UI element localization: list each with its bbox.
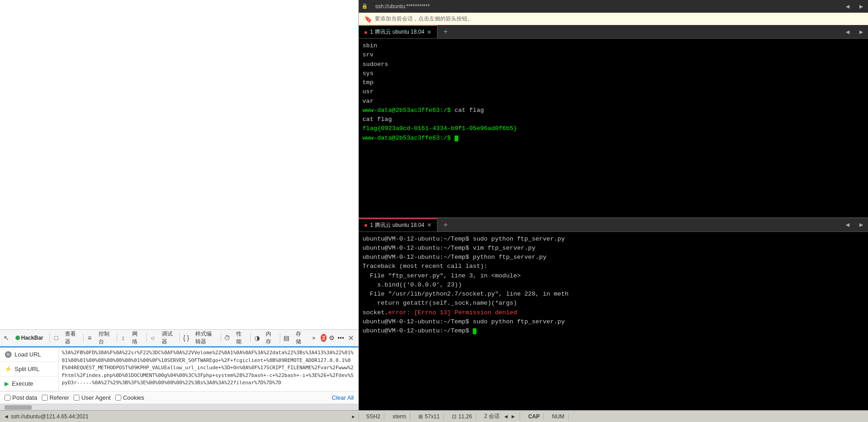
user-agent-checkbox[interactable]	[74, 395, 79, 401]
settings-icon[interactable]: ⚙	[328, 333, 336, 343]
load-url-icon: 🔘	[5, 351, 12, 358]
hackbar-label: HackBar	[21, 335, 44, 341]
browser-panel: ↖ HackBar □ 查看器 ≡ 控制台 ↕ 网络 ○ 调试器 { } 样式编…	[0, 0, 359, 410]
storage-button[interactable]: 存储	[292, 329, 307, 347]
memory-icon[interactable]: ◑	[253, 333, 261, 343]
inspector-button[interactable]: 查看器	[61, 329, 80, 347]
split-url-button[interactable]: ⚡ Split URL	[0, 362, 59, 377]
split-url-label: Split URL	[15, 366, 40, 372]
status-pos-label: 11,26	[458, 413, 472, 420]
upper-split-right[interactable]: ►	[854, 25, 868, 38]
terminal-favicon: 🔒	[359, 3, 371, 9]
debugger-button[interactable]: 调试器	[158, 329, 177, 347]
browser-scrollbar[interactable]	[0, 404, 358, 410]
status-sessions-label: 2 会话	[484, 412, 500, 420]
cookies-checkbox-container[interactable]: Cookies	[115, 394, 144, 401]
status-cap-label: CAP	[528, 413, 540, 420]
toolbar-separator-6	[221, 333, 221, 342]
referer-checkbox[interactable]	[42, 395, 48, 401]
more-options-icon[interactable]: •••	[337, 333, 344, 343]
lower-split-left[interactable]: ◄	[841, 218, 854, 231]
status-scroll-left[interactable]: ◄	[4, 413, 9, 420]
status-sessions-nav-next[interactable]: ►	[511, 413, 516, 420]
add-tab-button-lower[interactable]: ＋	[437, 220, 454, 230]
term-line-sudoers: sudoers	[362, 60, 864, 69]
debugger-icon[interactable]: ○	[149, 333, 156, 343]
execute-button[interactable]: ▶ Execute	[0, 377, 59, 391]
terminal-window-title: ssh://ubuntu:***********	[371, 3, 841, 10]
storage-icon[interactable]: ▤	[283, 333, 290, 343]
status-pos-icon: ⊡	[452, 413, 456, 420]
add-tab-button-upper[interactable]: ＋	[437, 27, 454, 36]
user-agent-label: User Agent	[81, 394, 110, 401]
status-num-section: NUM	[548, 413, 568, 420]
term-line-cat-echo: cat flag	[362, 115, 864, 124]
hackbar-toggle[interactable]: HackBar	[12, 334, 47, 342]
memory-button[interactable]: 内存	[262, 329, 277, 347]
term-line-prompt-upper: www-data@2b53ac3ffe63:/$	[362, 134, 864, 143]
referer-checkbox-container[interactable]: Referer	[42, 394, 69, 401]
load-url-label: Load URL	[15, 351, 41, 358]
execute-icon: ▶	[5, 380, 9, 387]
style-editor-icon[interactable]: { }	[183, 333, 190, 343]
term-line-srv: srv	[362, 50, 864, 60]
toolbar-separator-5	[179, 333, 180, 342]
lower-split-right[interactable]: ►	[854, 218, 868, 231]
bookmark-icon: 🔖	[364, 15, 372, 23]
terminal-tab-1[interactable]: ■ 1 腾讯云 ubuntu 18.04 ✕	[359, 25, 437, 38]
terminal-info-text: 要添加当前会话，点击左侧的箭头按钮。	[375, 15, 473, 23]
clear-all-button[interactable]: Clear All	[332, 394, 354, 401]
status-sessions-nav-prev[interactable]: ◄	[503, 413, 509, 420]
term-line-vim-py: ubuntu@VM-0-12-ubuntu:~/Temp$ vim ftp_se…	[362, 244, 864, 253]
status-arrow-icon: ▸	[352, 413, 355, 420]
tab2-close-button[interactable]: ✕	[427, 222, 432, 228]
load-url-button[interactable]: 🔘 Load URL	[0, 347, 59, 362]
more-tools-button[interactable]: »	[309, 334, 319, 342]
term-line-tmp: tmp	[362, 78, 864, 87]
status-terminal-section: SSH2 xterm ⊞ 57x11 ⊡ 11,26 2 会话 ◄ ► CAP …	[359, 412, 868, 420]
inspector-icon[interactable]: □	[53, 333, 60, 343]
user-agent-checkbox-container[interactable]: User Agent	[74, 394, 110, 401]
terminal-info-bar: 🔖 要添加当前会话，点击左侧的箭头按钮。	[359, 13, 868, 25]
post-data-label: Post data	[12, 394, 37, 401]
console-icon[interactable]: ≡	[86, 333, 94, 343]
network-icon[interactable]: ↕	[119, 333, 127, 343]
cookies-label: Cookies	[123, 394, 144, 401]
hackbar-footer: Post data Referer User Agent Cookies Cle…	[0, 391, 358, 404]
cookies-checkbox[interactable]	[115, 395, 121, 401]
style-editor-button[interactable]: 样式编辑器	[192, 329, 218, 347]
post-data-checkbox[interactable]	[5, 395, 10, 401]
main-area: ↖ HackBar □ 查看器 ≡ 控制台 ↕ 网络 ○ 调试器 { } 样式编…	[0, 0, 868, 410]
hackbar-url-display[interactable]: %3A%2FB%0FD%30A%F%0A%22sr%F22%3DC%0AF%0A…	[59, 347, 358, 391]
performance-button[interactable]: 性能	[233, 329, 248, 347]
upper-split-left[interactable]: ◄	[841, 25, 854, 38]
toolbar-separator-4	[146, 333, 147, 342]
error-badge: 2	[321, 334, 327, 342]
status-size-section: ⊞ 57x11	[415, 413, 444, 420]
devtools-close-button[interactable]: ✕	[346, 334, 356, 342]
tab1-close-button[interactable]: ✕	[427, 29, 432, 35]
console-button[interactable]: 控制台	[95, 329, 114, 347]
term-line-prompt-lower: ubuntu@VM-0-12-ubuntu:~/Temp$	[362, 327, 864, 336]
scrollbar-thumb[interactable]	[5, 405, 32, 410]
performance-icon[interactable]: ⏱	[224, 333, 231, 343]
term-line-cat-cmd: www-data@2b53ac3ffe63:/$ cat flag	[362, 106, 864, 115]
network-button[interactable]: 网络	[129, 329, 144, 347]
term-line-sys: sys	[362, 69, 864, 78]
hackbar-active-dot	[15, 336, 20, 340]
terminal-output-lower: ubuntu@VM-0-12-ubuntu:~/Temp$ sudo pytho…	[359, 232, 868, 411]
terminal-next-nav[interactable]: ►	[854, 0, 868, 13]
term-line-sbin: sbin	[362, 41, 864, 50]
term-line-socket-file: File "/usr/lib/python2.7/socket.py", lin…	[362, 290, 864, 299]
terminal-prev-nav[interactable]: ◄	[841, 0, 854, 13]
term-line-var: var	[362, 97, 864, 106]
cursor-icon[interactable]: ↖	[3, 333, 10, 343]
terminal-tab-2[interactable]: ■ 1 腾讯云 ubuntu 18.04 ✕	[359, 218, 437, 231]
terminal-panel: 🔒 ssh://ubuntu:*********** ◄ ► 🔖 要添加当前会话…	[359, 0, 868, 410]
cursor-upper	[455, 136, 458, 141]
post-data-checkbox-container[interactable]: Post data	[5, 394, 37, 401]
browser-content	[0, 0, 358, 329]
toolbar-separator-3	[117, 333, 117, 342]
referer-label: Referer	[50, 394, 69, 401]
term-line-socket-error: socket.error: [Errno 13] Permission deni…	[362, 308, 864, 317]
